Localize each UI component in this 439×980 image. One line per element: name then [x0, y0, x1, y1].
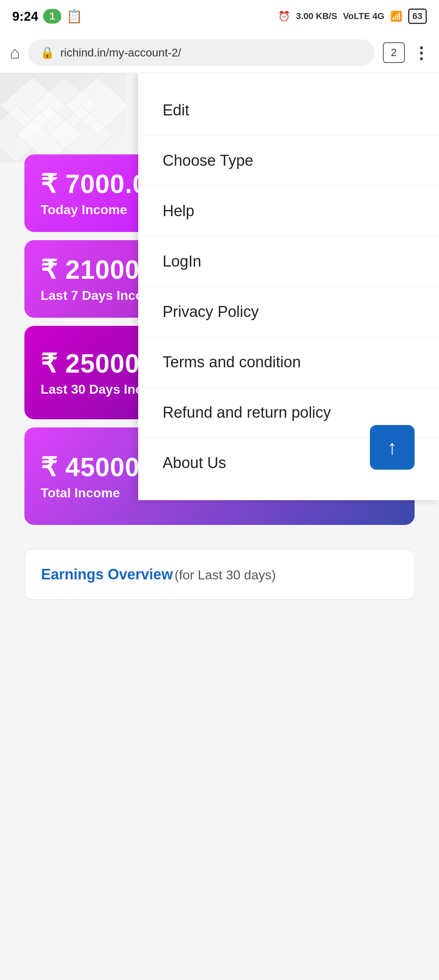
menu-item-privacy-policy[interactable]: Privacy Policy [138, 287, 439, 337]
status-bar: 9:24 1 📋 ⏰ 3.00 KB/S VoLTE 4G 📶 63 [0, 0, 439, 33]
more-options-button[interactable]: ⋮ [413, 43, 429, 62]
arrow-up-icon: ↑ [387, 436, 398, 459]
menu-item-help[interactable]: Help [138, 186, 439, 236]
speed-display: 3.00 KB/S [296, 11, 337, 22]
home-button[interactable]: ⌂ [10, 43, 20, 63]
tabs-button[interactable]: 2 [383, 42, 405, 63]
battery-display: 63 [408, 9, 427, 24]
lock-icon: 🔒 [40, 46, 54, 59]
url-text: richind.in/my-account-2/ [60, 46, 181, 59]
scroll-up-button[interactable]: ↑ [370, 425, 415, 470]
alarm-icon: ⏰ [278, 11, 290, 22]
status-left: 9:24 1 📋 [12, 9, 83, 24]
menu-item-edit[interactable]: Edit [138, 85, 439, 136]
dropdown-overlay: Edit Choose Type Help LogIn Privacy Poli… [0, 73, 439, 600]
menu-item-terms[interactable]: Terms and condition [138, 337, 439, 388]
main-content: ₹ 7000.00 Today Income ₹ 21000.00 Last 7… [0, 73, 439, 600]
status-time: 9:24 [12, 9, 38, 24]
url-bar[interactable]: 🔒 richind.in/my-account-2/ [28, 39, 374, 66]
browser-bar: ⌂ 🔒 richind.in/my-account-2/ 2 ⋮ [0, 33, 439, 73]
network-type: VoLTE 4G [343, 11, 385, 22]
wifi-badge: 1 [43, 9, 61, 24]
signal-bars: 📶 [390, 11, 402, 22]
status-right: ⏰ 3.00 KB/S VoLTE 4G 📶 63 [278, 9, 427, 24]
menu-item-choose-type[interactable]: Choose Type [138, 136, 439, 186]
menu-item-login[interactable]: LogIn [138, 236, 439, 287]
app-icon: 📋 [66, 9, 83, 24]
